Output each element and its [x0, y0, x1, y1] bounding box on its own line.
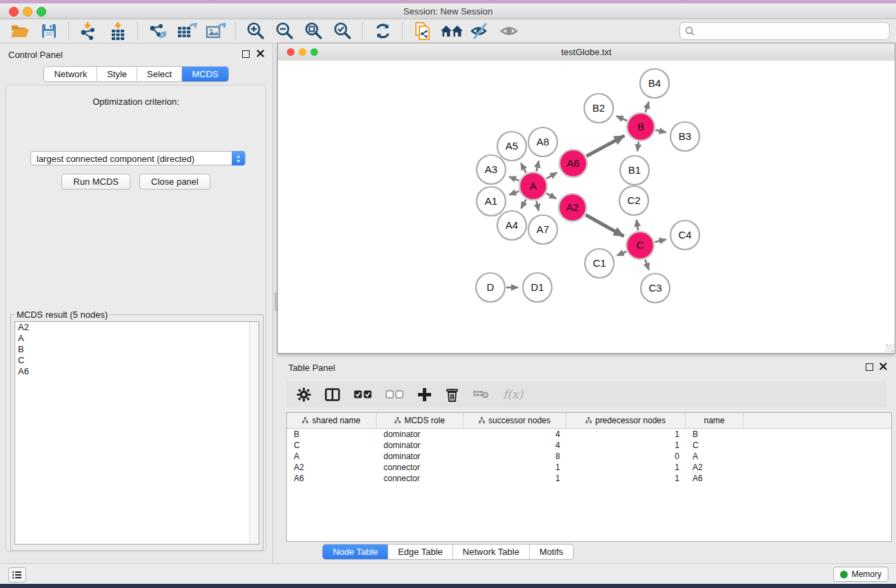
graph-edge-A6-B[interactable]	[586, 136, 624, 156]
close-panel-icon[interactable]	[257, 50, 264, 57]
tab-select[interactable]: Select	[137, 67, 181, 81]
cell-mcds_role: dominator	[377, 440, 464, 451]
column-header-MCDS-role[interactable]: MCDS role	[377, 413, 464, 428]
zoom-in-icon[interactable]	[241, 21, 270, 41]
toolbar-separator	[137, 22, 139, 40]
result-item[interactable]: A2	[15, 322, 259, 333]
graph-node-label: C1	[593, 257, 606, 269]
column-header-predecessor-nodes[interactable]: predecessor nodes	[566, 413, 686, 428]
run-mcds-button[interactable]: Run MCDS	[61, 174, 130, 190]
graph-edge-A-A5[interactable]	[521, 163, 526, 173]
select-all-icon[interactable]	[354, 390, 372, 398]
cell-name: A2	[686, 462, 744, 473]
tab-edge-table[interactable]: Edge Table	[388, 545, 452, 559]
search-input[interactable]	[695, 26, 870, 37]
graph-edge-B-B3[interactable]	[655, 130, 666, 132]
float-panel-icon[interactable]	[242, 50, 250, 58]
graph-edge-A-A3[interactable]	[509, 176, 519, 181]
graph-edge-C-C3[interactable]	[645, 260, 648, 270]
column-header-name[interactable]: name	[686, 413, 744, 428]
function-builder-icon: f(x)	[503, 387, 523, 401]
graph-edge-A-A7[interactable]	[537, 201, 539, 210]
import-table-icon[interactable]	[103, 21, 132, 41]
resize-grip[interactable]	[886, 344, 894, 352]
cell-name: A6	[686, 473, 744, 484]
tab-style[interactable]: Style	[97, 67, 137, 81]
result-item[interactable]: A6	[15, 366, 259, 377]
result-item[interactable]: C	[15, 355, 259, 366]
clone-network-icon[interactable]	[408, 21, 437, 41]
graph-edge-C-C1[interactable]	[617, 252, 626, 256]
zoom-out-icon[interactable]	[270, 21, 299, 41]
export-image-icon[interactable]	[201, 21, 230, 41]
add-column-icon[interactable]	[417, 387, 432, 402]
hide-selected-icon[interactable]	[466, 21, 495, 41]
save-session-icon[interactable]	[34, 21, 63, 41]
cell-successor_nodes: 4	[464, 429, 566, 440]
graph-edge-A2-C[interactable]	[586, 215, 624, 236]
network-window-titlebar[interactable]: testGlobe.txt	[278, 43, 895, 61]
graph-edge-A-A6[interactable]	[546, 172, 557, 179]
graph-edge-C-C2[interactable]	[637, 220, 638, 230]
table-row[interactable]: Bdominator41B	[287, 429, 891, 440]
memory-button[interactable]: Memory	[833, 567, 888, 582]
export-network-icon[interactable]	[143, 21, 172, 41]
graph-node-label: B2	[593, 102, 605, 114]
show-all-icon[interactable]	[495, 21, 524, 41]
result-item[interactable]: A	[15, 333, 259, 344]
tab-mcds[interactable]: MCDS	[181, 67, 228, 81]
tab-network[interactable]: Network	[44, 67, 97, 81]
tab-node-table[interactable]: Node Table	[323, 545, 388, 559]
node-table[interactable]: shared nameMCDS rolesuccessor nodesprede…	[286, 412, 892, 542]
graph-edge-C-C4[interactable]	[655, 239, 666, 242]
column-view-icon[interactable]	[325, 388, 340, 401]
network-window-title: testGlobe.txt	[278, 47, 895, 57]
home-icon[interactable]	[437, 21, 466, 41]
open-session-icon[interactable]	[6, 21, 34, 41]
network-canvas[interactable]: B4B2BB3A5A8A6B1A3AC2A1A2A4A7C4CC1C3DD1	[278, 61, 895, 353]
refresh-icon[interactable]	[368, 21, 397, 41]
desktop-strip-bottom	[0, 584, 896, 588]
gear-icon[interactable]	[297, 387, 311, 402]
table-panel-title: Table Panel	[288, 363, 335, 373]
graph-edge-A-A4[interactable]	[521, 199, 526, 208]
zoom-fit-icon[interactable]	[299, 21, 328, 41]
task-history-button[interactable]	[8, 567, 26, 582]
graph-edge-A-A8[interactable]	[537, 161, 539, 171]
import-network-icon[interactable]	[74, 21, 103, 41]
deselect-all-icon[interactable]	[386, 390, 404, 398]
cell-predecessor_nodes: 1	[566, 462, 686, 473]
search-field[interactable]	[679, 22, 890, 40]
table-row[interactable]: A6connector11A6	[287, 473, 891, 484]
result-item[interactable]: B	[15, 344, 259, 355]
mcds-result-title: MCDS result (5 nodes)	[14, 310, 110, 320]
graph-edge-B-B2[interactable]	[617, 116, 627, 121]
table-row[interactable]: Cdominator41C	[287, 440, 891, 451]
table-row[interactable]: A2connector11A2	[287, 462, 891, 473]
scrollbar-track[interactable]	[249, 322, 259, 544]
float-table-panel-icon[interactable]	[866, 363, 873, 371]
toolbar-separator	[362, 22, 364, 40]
mcds-result-list[interactable]: A2ABCA6	[14, 321, 259, 545]
cell-predecessor_nodes: 1	[566, 440, 686, 451]
tab-network-table[interactable]: Network Table	[452, 545, 529, 559]
graph-edge-A-A1[interactable]	[509, 191, 519, 194]
graph-edge-B-B4[interactable]	[646, 102, 649, 112]
table-row[interactable]: Adominator80A	[287, 451, 891, 462]
graph-edge-A-A2[interactable]	[546, 194, 556, 199]
column-header-successor-nodes[interactable]: successor nodes	[464, 413, 566, 428]
cell-name: B	[686, 429, 744, 440]
column-header-shared-name[interactable]: shared name	[287, 413, 377, 428]
table-toolbar: f(x)	[286, 381, 886, 407]
close-table-panel-icon[interactable]	[879, 363, 887, 370]
optimization-criterion-select[interactable]: largest connected component (directed) ▲…	[30, 151, 246, 165]
delete-column-icon[interactable]	[446, 387, 459, 402]
cell-mcds_role: dominator	[377, 429, 464, 440]
graph-edge-B-B1[interactable]	[637, 142, 639, 152]
status-bar: Memory	[0, 563, 896, 584]
close-panel-button[interactable]: Close panel	[139, 174, 210, 190]
export-table-icon[interactable]	[172, 21, 201, 41]
window-titlebar: Session: New Session	[0, 3, 896, 19]
tab-motifs[interactable]: Motifs	[529, 545, 573, 559]
zoom-selected-icon[interactable]	[328, 21, 357, 41]
